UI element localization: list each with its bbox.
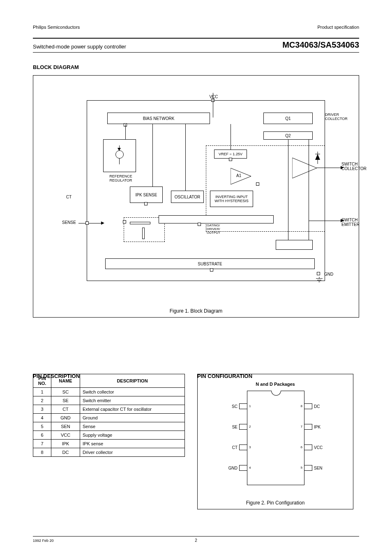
cell: 6 [33,431,51,440]
resistor2-icon [142,228,145,239]
cell: 3 [33,405,51,414]
cell: CT [51,405,80,414]
pin-num: 7 [301,425,302,428]
pin-label-sense: SENSE [62,220,76,225]
pin-sense-node [123,220,126,223]
figure1-caption: Figure 1. Block Diagram [33,308,359,314]
pin-ipk-node [144,202,148,205]
pin-leg-icon [304,465,312,471]
ground-icon [315,277,323,284]
th-name: NAME [51,374,80,388]
table-row: 3 CT External capacitor CT for oscillato… [33,405,185,414]
pin-num: 4 [249,466,251,470]
cell: 8 [33,448,51,457]
cell: SC [51,388,80,396]
resistor-icon [130,222,150,224]
block-lower-right [276,240,313,250]
table-row: 2 SE Switch emitter [33,396,185,405]
cell: Switch emitter [80,396,185,405]
company-name: Philips Semiconductors [33,25,80,30]
label-refreg: REFERENCE REGULATOR [102,174,139,182]
pin-num: 2 [249,425,251,428]
doc-title: Switched-mode power supply controller [33,44,126,50]
label-gating: GATING/ DRIVER/ OUTPUT [207,223,220,235]
table-row: 8 DC Driver collector [33,448,185,457]
pin-num: 3 [249,445,251,449]
block-q2: Q2 [263,131,313,140]
block-bias: BIAS NETWORK [107,113,210,124]
pin-num: 6 [301,445,302,449]
cell: SEN [51,422,80,431]
cell: 4 [33,414,51,422]
cell: VCC [51,431,80,440]
doc-type: Product specification [318,25,360,30]
section-block-diagram: BLOCK DIAGRAM [33,64,359,70]
pin-num: 1 [249,404,251,408]
table-row: 7 IPK IPK sense [33,440,185,448]
cell: Supply voltage [80,431,185,440]
block-diagram-frame: VCC BIAS NETWORK Q1 Q2 REFERENCE REGULAT… [33,75,359,318]
package-notch-icon [271,391,281,396]
pin-name: SE [221,425,238,429]
cell: 1 [33,388,51,396]
pinout-package-label: N and D Packages [198,382,353,387]
pin-leg-icon [304,403,312,409]
pin-name: GND [221,466,238,470]
cell: GND [51,414,80,422]
table-row: 6 VCC Supply voltage [33,431,185,440]
table-row: 4 GND Ground [33,414,185,422]
pinout-frame: N and D Packages 1 2 3 4 8 7 6 5 SC SE C… [197,374,353,509]
cell: External capacitor CT for oscillator [80,405,185,414]
block-substrate: SUBSTRATE [105,258,315,269]
th-desc: DESCRIPTION [80,374,185,388]
block-ref-reg [103,139,136,172]
cell: IPK sense [80,440,185,448]
cell: 7 [33,440,51,448]
pin-substrate [210,268,213,272]
pin-name: SEN [314,466,330,470]
pin-name: SC [221,404,238,409]
cell: IPK [51,440,80,448]
diode-icon [315,152,321,165]
pin-bus-node [198,223,201,226]
footer-date: 1992 Feb 20 [33,539,54,543]
cell: Driver collector [80,448,185,457]
table-row: 5 SEN Sense [33,422,185,431]
cell: Sense [80,422,185,431]
block-bus [159,215,274,223]
pin-name: IPK [314,425,330,429]
table-row: 1 SC Switch collector [33,388,185,396]
part-number: MC34063/SA534063 [282,40,359,50]
pin-leg-icon [239,403,247,409]
cell: DC [51,448,80,457]
pin-leg-icon [239,444,247,450]
th-pin-no: PIN NO. [33,374,51,388]
block-q1: Q1 [263,113,313,124]
cell: SE [51,396,80,405]
block-ipk: IPK SENSE [130,187,163,203]
cell: Ground [80,414,185,422]
pin-name: VCC [314,445,330,450]
cell: 2 [33,396,51,405]
table-header-row: PIN NO. NAME DESCRIPTION [33,374,185,388]
pin-table: PIN NO. NAME DESCRIPTION 1 SC Switch col… [33,374,185,457]
pin-label-sc: SWITCH COLLECTOR [341,162,374,171]
pin-name: CT [221,445,238,450]
block-osc: OSCILLATOR [171,191,204,203]
cell: 5 [33,422,51,431]
cell: Switch collector [80,388,185,396]
figure2-caption: Figure 2. Pin Configuration [198,500,353,506]
pin-label-dc: DRIVER COLLECTOR [325,113,358,121]
package-outline: 1 2 3 4 8 7 6 5 SC SE CT GND DC IPK VCC … [247,391,304,485]
pin-name: DC [314,404,330,409]
footer-page: 2 [0,538,392,543]
pin-gnd [317,272,320,275]
pin-label-ct: CT [66,195,71,199]
pin-label-gnd: GND [324,272,333,276]
pin-leg-icon [304,424,312,430]
svg-marker-1 [292,158,317,178]
pin-leg-icon [239,424,247,430]
pin-leg-icon [239,465,247,471]
pin-label-se: SWITCH EMITTER [341,218,374,227]
pin-num: 5 [301,466,302,470]
